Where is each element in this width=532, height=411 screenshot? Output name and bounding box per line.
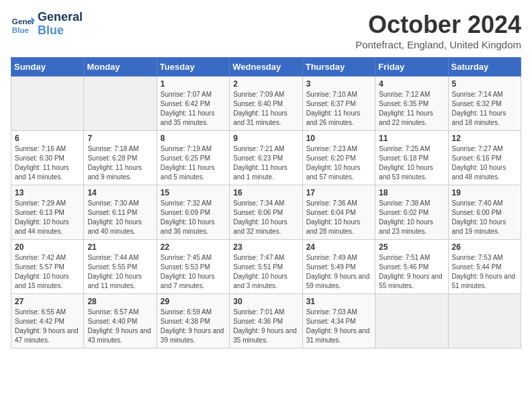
day-info: Sunrise: 6:57 AM Sunset: 4:40 PM Dayligh… bbox=[87, 308, 152, 345]
day-number: 20 bbox=[15, 242, 80, 252]
day-number: 22 bbox=[161, 242, 226, 252]
logo-icon: General Blue bbox=[11, 12, 35, 36]
title-block: October 2024 Pontefract, England, United… bbox=[355, 11, 521, 50]
day-info: Sunrise: 7:29 AM Sunset: 6:13 PM Dayligh… bbox=[15, 199, 80, 236]
day-info: Sunrise: 7:03 AM Sunset: 4:34 PM Dayligh… bbox=[306, 308, 371, 345]
day-info: Sunrise: 7:44 AM Sunset: 5:55 PM Dayligh… bbox=[87, 253, 152, 291]
day-number: 30 bbox=[233, 297, 298, 306]
calendar-cell: 29Sunrise: 6:59 AM Sunset: 4:38 PM Dayli… bbox=[157, 294, 229, 349]
svg-text:Blue: Blue bbox=[12, 25, 30, 34]
day-info: Sunrise: 7:49 AM Sunset: 5:49 PM Dayligh… bbox=[306, 253, 371, 291]
day-number: 1 bbox=[161, 79, 226, 89]
day-info: Sunrise: 7:40 AM Sunset: 6:00 PM Dayligh… bbox=[452, 199, 517, 236]
calendar-cell bbox=[84, 77, 157, 131]
day-number: 31 bbox=[306, 297, 371, 306]
logo: General Blue General Blue bbox=[11, 11, 83, 38]
day-info: Sunrise: 7:53 AM Sunset: 5:44 PM Dayligh… bbox=[452, 253, 517, 291]
calendar-cell: 27Sunrise: 6:55 AM Sunset: 4:42 PM Dayli… bbox=[11, 294, 84, 349]
day-info: Sunrise: 7:21 AM Sunset: 6:23 PM Dayligh… bbox=[233, 144, 298, 182]
month-title: October 2024 bbox=[355, 11, 521, 39]
calendar-cell: 4Sunrise: 7:12 AM Sunset: 6:35 PM Daylig… bbox=[375, 77, 448, 131]
day-number: 28 bbox=[87, 297, 152, 306]
day-number: 23 bbox=[233, 242, 298, 252]
calendar-cell: 19Sunrise: 7:40 AM Sunset: 6:00 PM Dayli… bbox=[448, 185, 521, 240]
day-info: Sunrise: 7:09 AM Sunset: 6:40 PM Dayligh… bbox=[233, 90, 298, 128]
day-info: Sunrise: 7:10 AM Sunset: 6:37 PM Dayligh… bbox=[306, 90, 371, 128]
day-number: 21 bbox=[87, 242, 152, 252]
calendar-week-row: 13Sunrise: 7:29 AM Sunset: 6:13 PM Dayli… bbox=[11, 185, 521, 240]
calendar-cell: 31Sunrise: 7:03 AM Sunset: 4:34 PM Dayli… bbox=[302, 294, 375, 349]
calendar-week-row: 6Sunrise: 7:16 AM Sunset: 6:30 PM Daylig… bbox=[11, 131, 521, 185]
day-info: Sunrise: 7:32 AM Sunset: 6:09 PM Dayligh… bbox=[161, 199, 226, 236]
calendar-cell: 2Sunrise: 7:09 AM Sunset: 6:40 PM Daylig… bbox=[230, 77, 302, 131]
calendar-cell: 24Sunrise: 7:49 AM Sunset: 5:49 PM Dayli… bbox=[302, 240, 375, 294]
day-header-monday: Monday bbox=[84, 58, 157, 77]
day-number: 11 bbox=[379, 134, 444, 143]
calendar-cell: 16Sunrise: 7:34 AM Sunset: 6:06 PM Dayli… bbox=[230, 185, 302, 240]
day-header-friday: Friday bbox=[375, 58, 448, 77]
calendar-cell: 1Sunrise: 7:07 AM Sunset: 6:42 PM Daylig… bbox=[157, 77, 229, 131]
day-header-thursday: Thursday bbox=[302, 58, 375, 77]
day-number: 25 bbox=[379, 242, 444, 252]
calendar-header-row: SundayMondayTuesdayWednesdayThursdayFrid… bbox=[11, 58, 521, 77]
day-number: 27 bbox=[15, 297, 80, 306]
logo-text-blue: Blue bbox=[38, 24, 83, 38]
calendar-week-row: 20Sunrise: 7:42 AM Sunset: 5:57 PM Dayli… bbox=[11, 240, 521, 294]
calendar-cell: 5Sunrise: 7:14 AM Sunset: 6:32 PM Daylig… bbox=[448, 77, 521, 131]
calendar-cell: 20Sunrise: 7:42 AM Sunset: 5:57 PM Dayli… bbox=[11, 240, 84, 294]
calendar-cell bbox=[11, 77, 84, 131]
calendar-cell: 11Sunrise: 7:25 AM Sunset: 6:18 PM Dayli… bbox=[375, 131, 448, 185]
calendar-cell: 22Sunrise: 7:45 AM Sunset: 5:53 PM Dayli… bbox=[157, 240, 229, 294]
calendar-cell: 12Sunrise: 7:27 AM Sunset: 6:16 PM Dayli… bbox=[448, 131, 521, 185]
day-number: 5 bbox=[452, 79, 517, 89]
calendar-week-row: 1Sunrise: 7:07 AM Sunset: 6:42 PM Daylig… bbox=[11, 77, 521, 131]
day-info: Sunrise: 7:12 AM Sunset: 6:35 PM Dayligh… bbox=[379, 90, 444, 128]
calendar-table: SundayMondayTuesdayWednesdayThursdayFrid… bbox=[11, 57, 521, 349]
day-info: Sunrise: 6:55 AM Sunset: 4:42 PM Dayligh… bbox=[15, 308, 80, 345]
calendar-cell: 13Sunrise: 7:29 AM Sunset: 6:13 PM Dayli… bbox=[11, 185, 84, 240]
day-header-tuesday: Tuesday bbox=[157, 58, 229, 77]
calendar-cell: 23Sunrise: 7:47 AM Sunset: 5:51 PM Dayli… bbox=[230, 240, 302, 294]
calendar-cell: 7Sunrise: 7:18 AM Sunset: 6:28 PM Daylig… bbox=[84, 131, 157, 185]
day-info: Sunrise: 7:07 AM Sunset: 6:42 PM Dayligh… bbox=[161, 90, 226, 128]
day-info: Sunrise: 7:25 AM Sunset: 6:18 PM Dayligh… bbox=[379, 144, 444, 182]
calendar-week-row: 27Sunrise: 6:55 AM Sunset: 4:42 PM Dayli… bbox=[11, 294, 521, 349]
location-text: Pontefract, England, United Kingdom bbox=[355, 39, 521, 50]
day-number: 18 bbox=[379, 188, 444, 197]
calendar-cell: 9Sunrise: 7:21 AM Sunset: 6:23 PM Daylig… bbox=[230, 131, 302, 185]
day-info: Sunrise: 7:27 AM Sunset: 6:16 PM Dayligh… bbox=[452, 144, 517, 182]
day-info: Sunrise: 7:38 AM Sunset: 6:02 PM Dayligh… bbox=[379, 199, 444, 236]
day-info: Sunrise: 7:14 AM Sunset: 6:32 PM Dayligh… bbox=[452, 90, 517, 128]
calendar-cell: 10Sunrise: 7:23 AM Sunset: 6:20 PM Dayli… bbox=[302, 131, 375, 185]
day-number: 9 bbox=[233, 134, 298, 143]
calendar-cell: 8Sunrise: 7:19 AM Sunset: 6:25 PM Daylig… bbox=[157, 131, 229, 185]
calendar-cell: 15Sunrise: 7:32 AM Sunset: 6:09 PM Dayli… bbox=[157, 185, 229, 240]
day-info: Sunrise: 6:59 AM Sunset: 4:38 PM Dayligh… bbox=[161, 308, 226, 345]
calendar-cell: 28Sunrise: 6:57 AM Sunset: 4:40 PM Dayli… bbox=[84, 294, 157, 349]
day-number: 7 bbox=[87, 134, 152, 143]
logo-text-general: General bbox=[38, 11, 83, 24]
day-header-wednesday: Wednesday bbox=[230, 58, 302, 77]
day-info: Sunrise: 7:42 AM Sunset: 5:57 PM Dayligh… bbox=[15, 253, 80, 291]
day-number: 12 bbox=[452, 134, 517, 143]
day-info: Sunrise: 7:36 AM Sunset: 6:04 PM Dayligh… bbox=[306, 199, 371, 236]
day-info: Sunrise: 7:16 AM Sunset: 6:30 PM Dayligh… bbox=[15, 144, 80, 182]
calendar-cell: 21Sunrise: 7:44 AM Sunset: 5:55 PM Dayli… bbox=[84, 240, 157, 294]
day-number: 3 bbox=[306, 79, 371, 89]
day-info: Sunrise: 7:47 AM Sunset: 5:51 PM Dayligh… bbox=[233, 253, 298, 291]
day-info: Sunrise: 7:34 AM Sunset: 6:06 PM Dayligh… bbox=[233, 199, 298, 236]
calendar-cell: 14Sunrise: 7:30 AM Sunset: 6:11 PM Dayli… bbox=[84, 185, 157, 240]
day-info: Sunrise: 7:51 AM Sunset: 5:46 PM Dayligh… bbox=[379, 253, 444, 291]
day-number: 2 bbox=[233, 79, 298, 89]
day-info: Sunrise: 7:18 AM Sunset: 6:28 PM Dayligh… bbox=[87, 144, 152, 182]
day-number: 13 bbox=[15, 188, 80, 197]
calendar-cell: 18Sunrise: 7:38 AM Sunset: 6:02 PM Dayli… bbox=[375, 185, 448, 240]
day-info: Sunrise: 7:45 AM Sunset: 5:53 PM Dayligh… bbox=[161, 253, 226, 291]
day-info: Sunrise: 7:23 AM Sunset: 6:20 PM Dayligh… bbox=[306, 144, 371, 182]
day-number: 19 bbox=[452, 188, 517, 197]
day-number: 29 bbox=[161, 297, 226, 306]
day-info: Sunrise: 7:19 AM Sunset: 6:25 PM Dayligh… bbox=[161, 144, 226, 182]
day-number: 6 bbox=[15, 134, 80, 143]
day-number: 15 bbox=[161, 188, 226, 197]
calendar-cell: 17Sunrise: 7:36 AM Sunset: 6:04 PM Dayli… bbox=[302, 185, 375, 240]
